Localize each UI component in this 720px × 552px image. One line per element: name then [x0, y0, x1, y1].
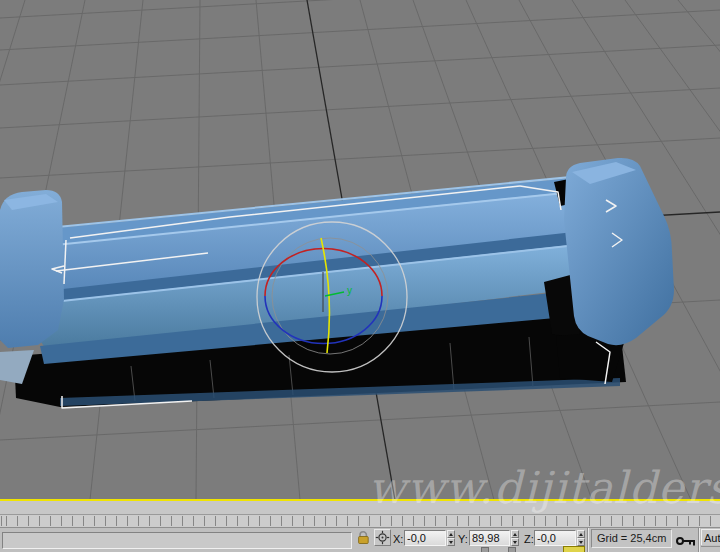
separator	[698, 528, 700, 552]
x-spinner[interactable]	[447, 530, 455, 546]
grid-size-display: Grid = 25,4cm	[591, 529, 672, 548]
x-coordinate-label: X:	[393, 533, 403, 545]
key-mode-fragment	[563, 546, 585, 552]
absolute-mode-icon	[375, 530, 390, 545]
y-coordinate-input[interactable]	[469, 530, 510, 546]
z-spinner[interactable]	[577, 530, 585, 546]
gizmo-axis-label: y	[347, 285, 352, 296]
y-coordinate-label: Y:	[458, 533, 468, 545]
track-bar-ticks	[0, 516, 720, 526]
track-bar[interactable]	[0, 515, 720, 528]
button-fragment	[481, 547, 489, 552]
z-coordinate-label: Z:	[524, 533, 534, 545]
status-bar: X: Y: Z: Grid = 25,4cm Auto Key	[0, 528, 720, 552]
y-spinner[interactable]	[511, 530, 519, 546]
separator	[587, 528, 589, 552]
transform-type-in-toggle[interactable]	[374, 529, 391, 546]
selection-lock-toggle[interactable]	[356, 530, 371, 545]
auto-key-button-edge	[701, 546, 720, 552]
lock-icon	[356, 530, 371, 545]
time-slider[interactable]	[0, 501, 720, 515]
set-keys-button[interactable]	[674, 528, 698, 552]
sofa-model[interactable]	[0, 158, 674, 407]
auto-key-button[interactable]: Auto Key	[701, 529, 720, 545]
active-viewport-border	[0, 499, 720, 501]
application-window: y www.dijitalders.com	[0, 0, 720, 552]
viewport-canvas: y	[0, 0, 720, 499]
perspective-viewport[interactable]: y	[0, 0, 720, 499]
status-prompt-field	[2, 532, 352, 549]
key-icon	[674, 528, 698, 552]
button-fragment	[508, 547, 516, 552]
x-coordinate-input[interactable]	[404, 530, 446, 546]
z-coordinate-input[interactable]	[534, 530, 576, 546]
